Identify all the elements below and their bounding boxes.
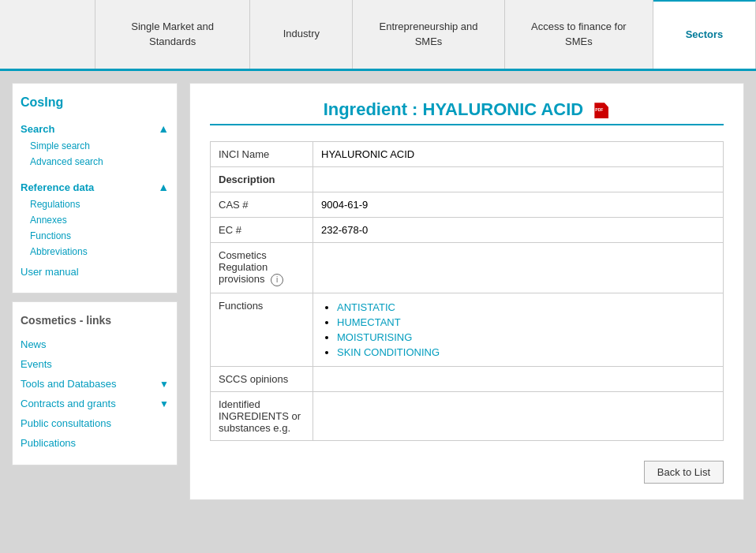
abbreviations-link[interactable]: Abbreviations: [21, 244, 169, 260]
nav-access-finance[interactable]: Access to finance for SMEs: [505, 0, 653, 69]
value-description: [313, 167, 724, 192]
cosmetics-links-title: Cosmetics - links: [21, 314, 169, 327]
label-identified-ingredients: Identified INGREDIENTS or substances e.g…: [211, 391, 313, 440]
events-link[interactable]: Events: [21, 354, 169, 374]
search-arrow-icon: ▲: [158, 122, 169, 135]
pdf-icon[interactable]: [594, 103, 610, 118]
user-manual-link[interactable]: User manual: [21, 260, 169, 281]
table-row: SCCS opinions: [211, 366, 724, 391]
page-title: Ingredient : HYALURONIC ACID: [210, 99, 724, 120]
table-row: EC # 232-678-0: [211, 218, 724, 243]
function-antistatic-link[interactable]: ANTISTATIC: [337, 301, 395, 313]
cosing-title: CosIng: [21, 95, 169, 110]
nav-industry[interactable]: Industry: [250, 0, 353, 69]
table-row: Description: [211, 167, 724, 192]
search-label: Search: [21, 123, 54, 135]
label-functions: Functions: [211, 293, 313, 366]
public-consultations-link[interactable]: Public consultations: [21, 413, 169, 433]
info-icon[interactable]: i: [271, 274, 283, 286]
reference-data-section-header[interactable]: Reference data ▲: [21, 177, 169, 196]
table-row: Identified INGREDIENTS or substances e.g…: [211, 391, 724, 440]
table-row: INCI Name HYALURONIC ACID: [211, 142, 724, 167]
cosmetics-links-panel: Cosmetics - links News Events Tools and …: [12, 301, 178, 465]
simple-search-link[interactable]: Simple search: [21, 138, 169, 154]
ingredient-table: INCI Name HYALURONIC ACID Description CA…: [210, 141, 724, 441]
main-content: Ingredient : HYALURONIC ACID INCI Name H…: [189, 83, 744, 500]
label-inci-name: INCI Name: [211, 142, 313, 167]
function-humectant-link[interactable]: HUMECTANT: [337, 316, 401, 328]
nav-entrepreneurship[interactable]: Entrepreneurship and SMEs: [353, 0, 504, 69]
functions-link[interactable]: Functions: [21, 228, 169, 244]
value-ec: 232-678-0: [313, 218, 724, 243]
contracts-grants-link[interactable]: Contracts and grants ▼: [21, 394, 169, 413]
table-row: CAS # 9004-61-9: [211, 192, 724, 218]
reference-data-arrow-icon: ▲: [158, 181, 169, 193]
label-ec: EC #: [211, 218, 313, 243]
label-description: Description: [211, 167, 313, 192]
table-row: Cosmetics Regulation provisions i: [211, 243, 724, 293]
publications-link[interactable]: Publications: [21, 433, 169, 453]
reference-data-label: Reference data: [21, 181, 94, 193]
search-section-header[interactable]: Search ▲: [21, 119, 169, 138]
value-regulation: [313, 243, 724, 293]
back-to-list-container: Back to List: [210, 461, 724, 484]
nav-single-market[interactable]: Single Market and Standards: [95, 0, 250, 69]
tools-databases-link[interactable]: Tools and Databases ▼: [21, 374, 169, 394]
label-cas: CAS #: [211, 192, 313, 218]
annexes-link[interactable]: Annexes: [21, 212, 169, 228]
advanced-search-link[interactable]: Advanced search: [21, 154, 169, 170]
title-divider: [210, 124, 724, 125]
contracts-expand-icon: ▼: [159, 398, 169, 409]
function-moisturising-link[interactable]: MOISTURISING: [337, 331, 412, 343]
value-functions: ANTISTATIC HUMECTANT MOISTURISING SKIN C…: [313, 293, 724, 366]
nav-sectors[interactable]: Sectors: [653, 0, 756, 69]
value-identified-ingredients: [313, 391, 724, 440]
table-row: Functions ANTISTATIC HUMECTANT MOISTURIS…: [211, 293, 724, 366]
label-regulation: Cosmetics Regulation provisions i: [211, 243, 313, 293]
value-inci-name: HYALURONIC ACID: [313, 142, 724, 167]
top-navigation: Single Market and Standards Industry Ent…: [0, 0, 756, 71]
value-sccs: [313, 366, 724, 391]
regulations-link[interactable]: Regulations: [21, 196, 169, 212]
tools-expand-icon: ▼: [159, 379, 169, 390]
back-to-list-button[interactable]: Back to List: [644, 461, 724, 484]
news-link[interactable]: News: [21, 334, 169, 354]
sidebar: CosIng Search ▲ Simple search Advanced s…: [12, 83, 178, 500]
function-skin-conditioning-link[interactable]: SKIN CONDITIONING: [337, 346, 440, 358]
label-sccs: SCCS opinions: [211, 366, 313, 391]
cosing-panel: CosIng Search ▲ Simple search Advanced s…: [12, 83, 178, 293]
value-cas: 9004-61-9: [313, 192, 724, 218]
